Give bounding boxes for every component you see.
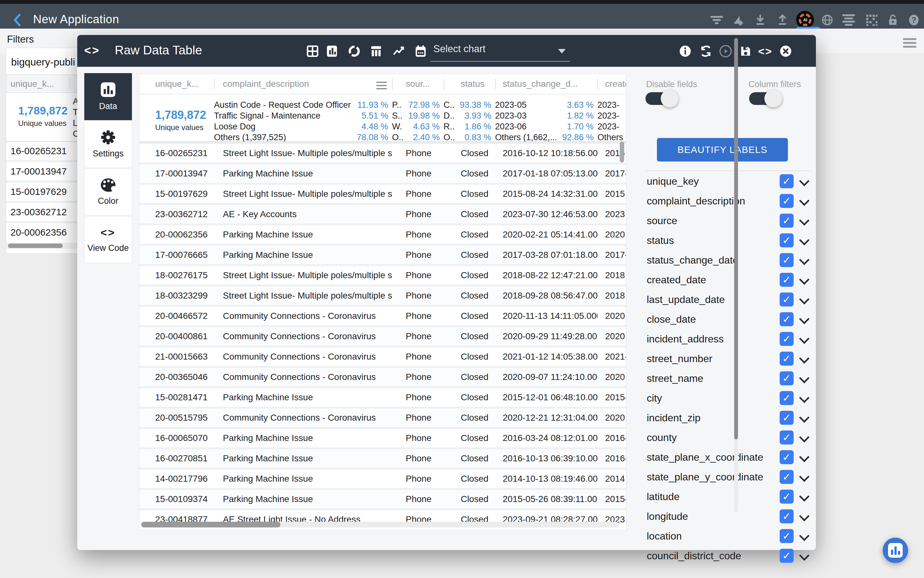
chevron-down-icon[interactable] bbox=[799, 176, 810, 186]
field-checkbox[interactable]: ✓ bbox=[779, 490, 794, 503]
code-icon[interactable]: <> bbox=[84, 44, 100, 57]
category-percent: 3.63 % bbox=[567, 99, 594, 110]
summary-line: C..93.38 % bbox=[443, 99, 491, 110]
field-checkbox[interactable]: ✓ bbox=[779, 214, 794, 227]
tab-color[interactable]: Color bbox=[84, 169, 132, 216]
play-icon[interactable] bbox=[718, 44, 733, 58]
chevron-down-icon[interactable] bbox=[799, 452, 810, 462]
field-checkbox[interactable]: ✓ bbox=[779, 233, 794, 247]
donut-chart-icon[interactable] bbox=[347, 44, 362, 58]
field-row-city: city✓ bbox=[645, 388, 811, 408]
chevron-down-icon[interactable] bbox=[799, 294, 810, 305]
chevron-down-icon[interactable] bbox=[799, 195, 810, 206]
chevron-down-icon[interactable] bbox=[799, 550, 810, 561]
field-checkbox[interactable]: ✓ bbox=[779, 430, 794, 445]
chevron-down-icon[interactable] bbox=[799, 373, 810, 383]
field-checkbox[interactable]: ✓ bbox=[779, 352, 794, 365]
chevron-down-icon[interactable] bbox=[799, 255, 810, 265]
column-filters-toggle[interactable] bbox=[749, 92, 778, 105]
field-checkbox[interactable]: ✓ bbox=[779, 273, 794, 287]
chart-type-value: Select chart bbox=[434, 43, 486, 55]
chevron-down-icon[interactable] bbox=[799, 491, 810, 502]
table-vertical-scrollbar[interactable] bbox=[620, 141, 624, 162]
field-checkbox[interactable]: ✓ bbox=[779, 253, 794, 267]
field-checkbox[interactable]: ✓ bbox=[779, 391, 794, 405]
dataset-selector[interactable]: bigquery-publi bbox=[6, 48, 82, 75]
upload-icon[interactable] bbox=[775, 13, 790, 28]
line-chart-icon[interactable] bbox=[391, 44, 406, 58]
chevron-down-icon[interactable] bbox=[799, 274, 810, 285]
field-checkbox[interactable]: ✓ bbox=[779, 332, 794, 346]
field-checkbox[interactable]: ✓ bbox=[779, 509, 794, 523]
chevron-down-icon[interactable] bbox=[799, 353, 810, 364]
mini-table-header: unique_k... bbox=[6, 75, 82, 93]
cell-unique_key: 16-00270851 bbox=[139, 449, 214, 468]
chevron-down-icon[interactable] bbox=[799, 235, 810, 245]
tab-view-code[interactable]: <>View Code bbox=[84, 216, 132, 263]
download-icon[interactable] bbox=[753, 13, 768, 28]
cell-status: Closed bbox=[443, 409, 495, 427]
cell-source: Phone bbox=[392, 429, 443, 447]
category-name: 2023- bbox=[598, 121, 619, 132]
column-chart-icon[interactable] bbox=[369, 44, 383, 58]
chevron-down-icon[interactable] bbox=[799, 531, 810, 541]
back-icon[interactable] bbox=[11, 13, 25, 28]
mini-horizontal-scrollbar[interactable] bbox=[6, 243, 82, 249]
table-horizontal-scrollbar[interactable] bbox=[141, 522, 619, 528]
mini-table-row: 20-00062356 bbox=[6, 221, 82, 242]
refresh-icon[interactable] bbox=[698, 44, 713, 58]
panel-scrollbar-thumb[interactable] bbox=[734, 38, 738, 439]
field-checkbox[interactable]: ✓ bbox=[779, 529, 794, 543]
cell-unique_key: 15-00197629 bbox=[139, 185, 214, 203]
field-checkbox[interactable]: ✓ bbox=[779, 174, 794, 188]
cell-created_date: 2020 bbox=[598, 307, 626, 325]
help-icon[interactable]: ? bbox=[906, 13, 921, 28]
field-checkbox[interactable]: ✓ bbox=[779, 292, 794, 307]
column-menu-icon[interactable] bbox=[376, 80, 387, 91]
chevron-down-icon[interactable] bbox=[799, 333, 810, 344]
info-icon[interactable] bbox=[678, 44, 693, 58]
tab-data[interactable]: Data bbox=[84, 73, 132, 120]
field-checkbox[interactable]: ✓ bbox=[779, 371, 794, 385]
align-lines-icon[interactable] bbox=[841, 13, 856, 28]
hamburger-menu-icon[interactable] bbox=[903, 36, 916, 50]
field-checkbox[interactable]: ✓ bbox=[779, 312, 794, 326]
field-checkbox[interactable]: ✓ bbox=[779, 411, 794, 425]
field-checkbox[interactable]: ✓ bbox=[779, 549, 794, 563]
cell-source: Phone bbox=[392, 205, 443, 224]
scrollbar-thumb[interactable] bbox=[8, 244, 63, 248]
cell-unique_key: 20-00365046 bbox=[139, 368, 214, 386]
field-checkbox[interactable]: ✓ bbox=[779, 470, 794, 484]
field-checkbox[interactable]: ✓ bbox=[779, 194, 794, 208]
add-widget-fab[interactable] bbox=[883, 537, 908, 563]
cell-status_change_date: 2015-08-24 14:32:31.000 bbox=[495, 185, 598, 203]
chevron-down-icon[interactable] bbox=[799, 393, 810, 403]
view-code-icon[interactable]: <> bbox=[758, 44, 773, 58]
cell-unique_key: 18-00323299 bbox=[139, 286, 214, 305]
cell-unique_key: 14-00217796 bbox=[139, 469, 214, 488]
chevron-down-icon[interactable] bbox=[799, 314, 810, 324]
globe-icon[interactable] bbox=[820, 13, 835, 28]
disable-fields-toggle[interactable] bbox=[645, 92, 675, 105]
chevron-down-icon[interactable] bbox=[799, 432, 810, 443]
field-checkbox[interactable]: ✓ bbox=[779, 450, 794, 464]
ai-assistant-icon[interactable]: AI bbox=[796, 11, 814, 29]
tab-settings[interactable]: Settings bbox=[84, 121, 132, 168]
chevron-down-icon[interactable] bbox=[799, 412, 810, 423]
lock-icon[interactable] bbox=[885, 13, 900, 28]
dot-grid-icon[interactable] bbox=[864, 13, 879, 28]
save-icon[interactable] bbox=[738, 44, 753, 58]
scrollbar-thumb[interactable] bbox=[141, 522, 281, 528]
chart-type-select[interactable]: Select chart bbox=[430, 42, 570, 62]
beautify-labels-button[interactable]: BEAUTIFY LABELS bbox=[657, 138, 788, 161]
close-icon[interactable] bbox=[778, 44, 793, 58]
grid-table-icon[interactable] bbox=[305, 44, 320, 58]
chevron-down-icon[interactable] bbox=[799, 471, 810, 482]
analytics-gear-icon[interactable] bbox=[731, 13, 745, 28]
bar-chart-icon[interactable] bbox=[325, 44, 339, 58]
filter-icon[interactable] bbox=[710, 13, 724, 28]
chevron-down-icon[interactable] bbox=[799, 511, 810, 521]
calendar-icon[interactable] bbox=[413, 44, 428, 58]
chevron-down-icon[interactable] bbox=[799, 215, 810, 226]
summary-cell-status_change: 2023-053.63 %2023-031.82 %2023-061.70 %O… bbox=[495, 94, 598, 141]
